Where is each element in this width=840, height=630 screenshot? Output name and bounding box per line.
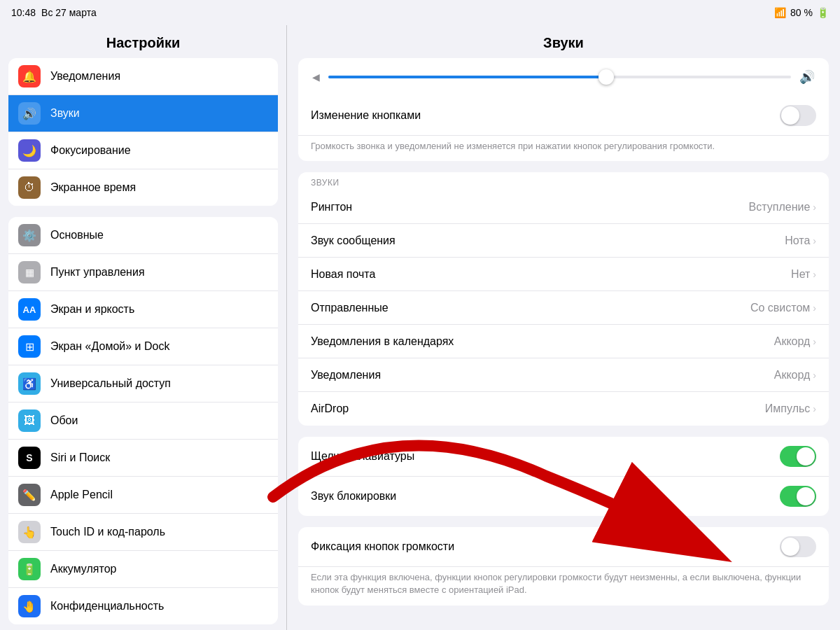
keyboard-clicks-label: Щелчки клавиатуры [311,450,414,463]
keyboard-lock-section: Щелчки клавиатуры Звук блокировки [298,437,829,516]
new-mail-row[interactable]: Новая почта Нет › [298,258,829,291]
reminders-row[interactable]: Уведомления Аккорд › [298,358,829,392]
touchid-label: Touch ID и код-пароль [50,526,165,538]
touchid-icon: 👆 [18,521,41,543]
content-title: Звуки [287,25,840,58]
status-indicators: 📶 80 % 🔋 [774,7,829,18]
sidebar-item-siri[interactable]: S Siri и Поиск [8,440,278,477]
general-label: Основные [50,229,104,241]
keyboard-clicks-toggle[interactable] [780,446,816,467]
sidebar-group-2: ⚙️ Основные ▦ Пункт управления AA Экран … [8,217,278,624]
reminders-label: Уведомления [311,369,381,382]
ringtone-label: Рингтон [311,201,352,214]
message-sound-row[interactable]: Звук сообщения Нота › [298,224,829,258]
general-icon: ⚙️ [18,224,41,246]
wifi-icon: 📶 [774,7,786,18]
battery-icon: 🔋 [817,7,829,18]
volume-lock-row: Фиксация кнопок громкости [298,527,829,567]
siri-label: Siri и Поиск [50,451,110,464]
new-mail-label: Новая почта [311,268,375,281]
volume-lock-label: Фиксация кнопок громкости [311,540,454,553]
sidebar-item-homescreen[interactable]: ⊞ Экран «Домой» и Dock [8,328,278,365]
privacy-label: Конфиденциальность [50,600,164,612]
focus-icon: 🌙 [18,139,41,162]
volume-high-icon: 🔊 [799,69,815,85]
sidebar-item-wallpaper[interactable]: 🖼 Обои [8,402,278,440]
display-label: Экран и яркость [50,303,134,316]
sidebar-item-touchid[interactable]: 👆 Touch ID и код-пароль [8,514,278,551]
siri-icon: S [18,447,41,469]
notifications-label: Уведомления [50,70,120,83]
sounds-section: ЗВУКИ Рингтон Вступление › Звук сообщени… [298,172,829,426]
message-sound-value: Нота › [785,234,816,247]
controlcenter-label: Пункт управления [50,266,145,279]
battery-text: 80 % [790,7,813,18]
controlcenter-icon: ▦ [18,261,41,284]
status-day: Вс 27 марта [41,7,97,18]
volume-low-icon: ◀ [312,71,320,83]
new-mail-value: Нет › [791,268,816,281]
sidebar-group-1: 🔔 Уведомления 🔊 Звуки 🌙 Фокусирование ⏱ [8,58,278,206]
change-buttons-hint: Громкость звонка и уведомлений не изменя… [298,136,829,161]
volume-lock-hint: Если эта функция включена, функции кнопо… [298,567,829,605]
change-with-buttons-toggle[interactable] [780,105,816,126]
change-with-buttons-row: Изменение кнопками [298,96,829,136]
sent-mail-value: Со свистом › [750,302,816,314]
main-container: Настройки 🔔 Уведомления 🔊 Звуки 🌙 Фокуси… [0,25,840,630]
sidebar-item-screentime[interactable]: ⏱ Экранное время [8,169,278,206]
reminders-value: Аккорд › [774,369,816,382]
keyboard-clicks-row: Щелчки клавиатуры [298,437,829,477]
battery-label: Аккумулятор [50,563,116,575]
homescreen-label: Экран «Домой» и Dock [50,340,169,353]
sidebar-item-battery[interactable]: 🔋 Аккумулятор [8,551,278,588]
accessibility-label: Универсальный доступ [50,377,171,390]
reminders-chevron: › [813,370,816,381]
applepencil-icon: ✏️ [18,484,41,506]
ringtone-row[interactable]: Рингтон Вступление › [298,190,829,224]
applepencil-label: Apple Pencil [50,489,113,501]
sent-mail-row[interactable]: Отправленные Со свистом › [298,291,829,325]
sidebar-item-display[interactable]: AA Экран и яркость [8,291,278,328]
sounds-section-title: ЗВУКИ [298,172,829,190]
sent-mail-label: Отправленные [311,302,388,314]
status-time: 10:48 [11,7,36,18]
calendar-alerts-label: Уведомления в календарях [311,335,454,348]
sounds-label: Звуки [50,107,80,120]
sidebar-item-general[interactable]: ⚙️ Основные [8,217,278,254]
display-icon: AA [18,298,41,321]
sidebar: Настройки 🔔 Уведомления 🔊 Звуки 🌙 Фокуси… [0,25,287,630]
message-sound-chevron: › [813,235,816,246]
sounds-icon: 🔊 [18,102,41,125]
sidebar-item-privacy[interactable]: 🤚 Конфиденциальность [8,588,278,624]
focus-label: Фокусирование [50,144,131,157]
ringtone-chevron: › [813,202,816,213]
volume-lock-toggle[interactable] [780,536,816,557]
battery-icon-sidebar: 🔋 [18,558,41,580]
lock-sound-label: Звук блокировки [311,490,396,503]
sidebar-item-controlcenter[interactable]: ▦ Пункт управления [8,254,278,291]
wallpaper-label: Обои [50,414,78,427]
ringtone-value: Вступление › [749,201,816,214]
sidebar-item-accessibility[interactable]: ♿ Универсальный доступ [8,365,278,402]
calendar-alerts-chevron: › [813,336,816,347]
homescreen-icon: ⊞ [18,335,41,358]
airdrop-value: Импульс › [765,402,816,415]
change-with-buttons-label: Изменение кнопками [311,109,421,122]
volume-section: ◀ 🔊 Изменение кнопками Громкость звонка … [298,58,829,161]
sidebar-item-notifications[interactable]: 🔔 Уведомления [8,58,278,95]
accessibility-icon: ♿ [18,372,41,395]
sent-mail-chevron: › [813,302,816,314]
sidebar-item-focus[interactable]: 🌙 Фокусирование [8,132,278,169]
airdrop-row[interactable]: AirDrop Импульс › [298,392,829,426]
calendar-alerts-value: Аккорд › [774,335,816,348]
lock-sound-row: Звук блокировки [298,477,829,516]
calendar-alerts-row[interactable]: Уведомления в календарях Аккорд › [298,325,829,358]
airdrop-label: AirDrop [311,402,349,415]
volume-slider[interactable] [328,76,791,78]
sidebar-title: Настройки [0,25,286,58]
lock-sound-toggle[interactable] [780,486,816,507]
airdrop-chevron: › [813,403,816,414]
screentime-icon: ⏱ [18,176,41,199]
sidebar-item-applepencil[interactable]: ✏️ Apple Pencil [8,477,278,514]
sidebar-item-sounds[interactable]: 🔊 Звуки [8,95,278,132]
